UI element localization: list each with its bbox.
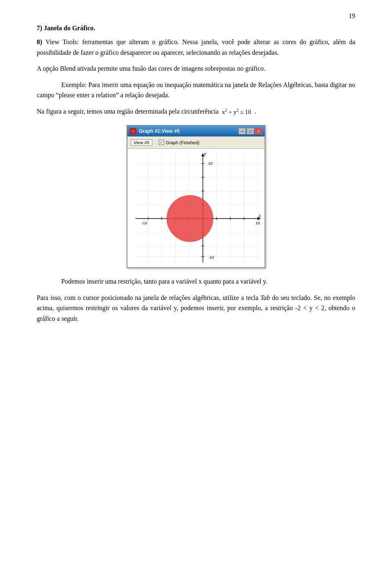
restore-button[interactable]: □ [247, 128, 254, 134]
graph-controls[interactable]: ─ □ ✕ [238, 128, 262, 134]
svg-text:10: 10 [208, 161, 213, 166]
section-8-paragraph: 8) View Tools: ferramentas que alteram o… [37, 37, 355, 58]
view-label: View #5 [131, 139, 152, 146]
section-7-heading: 7) Janela do Gráfico. [37, 25, 355, 32]
circunferencia-text: Na figura a seguir, temos uma região det… [37, 108, 218, 115]
graph-window: ▪ Graph #1:View #5 ─ □ ✕ View #5 ✓ Graph… [127, 125, 265, 268]
math-formula: x2 + y2 ≤ 10 [222, 107, 251, 117]
example-text1: Exemplo: Para inserir uma equação ou ine… [37, 81, 355, 99]
minimize-button[interactable]: ─ [238, 128, 246, 134]
graph-canvas: -10 10 10 -10 x y [127, 149, 265, 267]
graph-icon: ▪ [130, 128, 136, 134]
svg-text:-10: -10 [141, 221, 147, 225]
graph-title: Graph #1:View #5 [139, 128, 238, 134]
cursor-paragraph: Para isso, com o cursor posicionado na j… [37, 293, 355, 324]
graph-checkbox[interactable]: ✓ [159, 140, 164, 145]
close-button[interactable]: ✕ [255, 128, 262, 134]
graph-svg: -10 10 10 -10 x y [127, 149, 265, 267]
graph-container: ▪ Graph #1:View #5 ─ □ ✕ View #5 ✓ Graph… [37, 125, 355, 268]
svg-text:-10: -10 [208, 255, 214, 259]
page: 19 7) Janela do Gráfico. 8) View Tools: … [0, 0, 392, 568]
section-8-text: View Tools: ferramentas que alteram o gr… [37, 38, 355, 56]
page-number: 19 [349, 12, 355, 20]
blend-paragraph: A opção Blend ativada permite uma fusão … [37, 63, 355, 74]
svg-text:10: 10 [256, 221, 260, 225]
restricao-paragraph: Podemos inserir uma restrição, tanto par… [37, 276, 355, 287]
example-paragraph: Exemplo: Para inserir uma equação ou ine… [37, 80, 355, 101]
graph-titlebar: ▪ Graph #1:View #5 ─ □ ✕ [127, 126, 265, 136]
svg-point-39 [167, 195, 214, 242]
tab-italic: Tab [261, 294, 270, 301]
section-8-label: 8) [37, 38, 46, 45]
graph-toolbar: View #5 ✓ Graph (Finished) [127, 136, 265, 149]
checkbox-area: ✓ Graph (Finished) [159, 140, 200, 145]
graph-finished-label: Graph (Finished) [166, 140, 200, 145]
cursor-text: Para isso, com o cursor posicionado na j… [37, 294, 261, 301]
circunferencia-end: . [254, 108, 256, 115]
circunferencia-paragraph: Na figura a seguir, temos uma região det… [37, 106, 355, 117]
svg-text:y: y [204, 151, 207, 157]
